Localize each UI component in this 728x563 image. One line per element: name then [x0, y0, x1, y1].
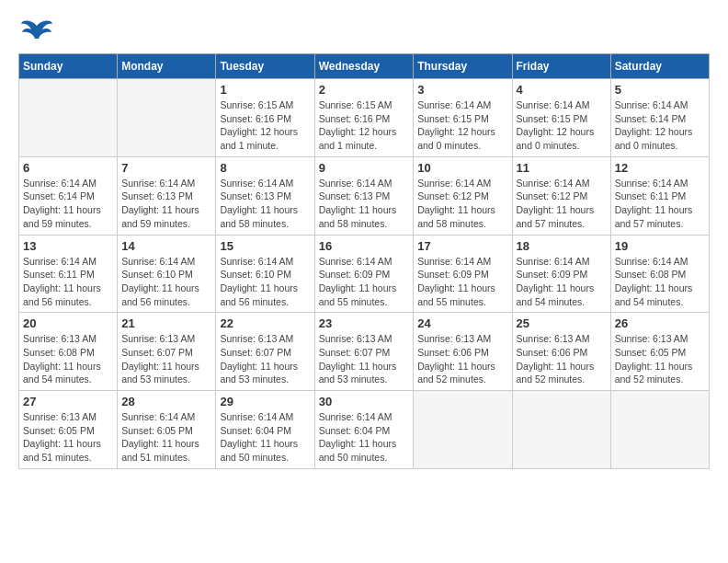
day-info: Sunrise: 6:14 AM Sunset: 6:12 PM Dayligh… — [417, 177, 507, 231]
day-number: 21 — [121, 316, 211, 330]
day-number: 23 — [319, 316, 410, 330]
calendar-cell: 26Sunrise: 6:13 AM Sunset: 6:05 PM Dayli… — [610, 313, 709, 391]
calendar-cell: 7Sunrise: 6:14 AM Sunset: 6:13 PM Daylig… — [118, 156, 216, 235]
day-number: 11 — [517, 161, 607, 175]
day-info: Sunrise: 6:14 AM Sunset: 6:13 PM Dayligh… — [121, 177, 211, 231]
calendar-cell: 29Sunrise: 6:14 AM Sunset: 6:04 PM Dayli… — [216, 391, 314, 469]
day-number: 1 — [220, 83, 310, 97]
day-info: Sunrise: 6:14 AM Sunset: 6:12 PM Dayligh… — [517, 177, 607, 231]
day-info: Sunrise: 6:14 AM Sunset: 6:13 PM Dayligh… — [319, 177, 410, 231]
day-info: Sunrise: 6:14 AM Sunset: 6:05 PM Dayligh… — [121, 410, 211, 465]
calendar-cell — [118, 79, 216, 157]
day-info: Sunrise: 6:14 AM Sunset: 6:11 PM Dayligh… — [615, 177, 705, 231]
calendar-cell: 2Sunrise: 6:15 AM Sunset: 6:16 PM Daylig… — [314, 79, 414, 157]
day-info: Sunrise: 6:14 AM Sunset: 6:14 PM Dayligh… — [615, 98, 705, 153]
day-info: Sunrise: 6:13 AM Sunset: 6:07 PM Dayligh… — [319, 332, 410, 386]
day-number: 22 — [220, 316, 310, 330]
calendar-cell — [19, 79, 118, 157]
day-number: 3 — [417, 83, 507, 97]
day-info: Sunrise: 6:14 AM Sunset: 6:13 PM Dayligh… — [220, 177, 310, 231]
calendar-cell: 14Sunrise: 6:14 AM Sunset: 6:10 PM Dayli… — [118, 235, 216, 313]
calendar-cell — [610, 391, 709, 469]
day-number: 20 — [23, 316, 113, 330]
calendar-cell — [414, 391, 512, 469]
day-number: 28 — [121, 395, 211, 408]
day-number: 8 — [220, 161, 310, 175]
calendar-cell: 13Sunrise: 6:14 AM Sunset: 6:11 PM Dayli… — [19, 235, 118, 313]
calendar-cell: 18Sunrise: 6:14 AM Sunset: 6:09 PM Dayli… — [512, 235, 610, 313]
day-info: Sunrise: 6:15 AM Sunset: 6:16 PM Dayligh… — [319, 98, 410, 153]
calendar-cell: 19Sunrise: 6:14 AM Sunset: 6:08 PM Dayli… — [610, 235, 709, 313]
calendar-cell: 4Sunrise: 6:14 AM Sunset: 6:15 PM Daylig… — [512, 79, 610, 157]
calendar-cell: 20Sunrise: 6:13 AM Sunset: 6:08 PM Dayli… — [19, 313, 118, 391]
calendar-cell: 28Sunrise: 6:14 AM Sunset: 6:05 PM Dayli… — [118, 391, 216, 469]
day-info: Sunrise: 6:14 AM Sunset: 6:15 PM Dayligh… — [417, 98, 507, 153]
day-number: 18 — [517, 239, 607, 253]
day-info: Sunrise: 6:14 AM Sunset: 6:08 PM Dayligh… — [615, 255, 705, 309]
calendar-cell — [512, 391, 610, 469]
day-info: Sunrise: 6:14 AM Sunset: 6:09 PM Dayligh… — [417, 255, 507, 309]
day-info: Sunrise: 6:14 AM Sunset: 6:04 PM Dayligh… — [319, 410, 410, 465]
day-info: Sunrise: 6:14 AM Sunset: 6:11 PM Dayligh… — [23, 255, 113, 309]
day-number: 5 — [615, 83, 705, 97]
calendar-cell: 21Sunrise: 6:13 AM Sunset: 6:07 PM Dayli… — [118, 313, 216, 391]
calendar-week-5: 27Sunrise: 6:13 AM Sunset: 6:05 PM Dayli… — [19, 391, 710, 469]
calendar-cell: 23Sunrise: 6:13 AM Sunset: 6:07 PM Dayli… — [314, 313, 414, 391]
day-number: 17 — [417, 239, 507, 253]
day-number: 9 — [319, 161, 410, 175]
calendar-week-3: 13Sunrise: 6:14 AM Sunset: 6:11 PM Dayli… — [19, 235, 710, 313]
calendar-cell: 5Sunrise: 6:14 AM Sunset: 6:14 PM Daylig… — [610, 79, 709, 157]
day-number: 10 — [417, 161, 507, 175]
calendar-cell: 30Sunrise: 6:14 AM Sunset: 6:04 PM Dayli… — [314, 391, 414, 469]
logo — [18, 18, 53, 39]
calendar-cell: 9Sunrise: 6:14 AM Sunset: 6:13 PM Daylig… — [314, 156, 414, 235]
calendar-cell: 8Sunrise: 6:14 AM Sunset: 6:13 PM Daylig… — [216, 156, 314, 235]
calendar-week-1: 1Sunrise: 6:15 AM Sunset: 6:16 PM Daylig… — [19, 79, 710, 157]
calendar-week-2: 6Sunrise: 6:14 AM Sunset: 6:14 PM Daylig… — [19, 156, 710, 235]
day-header-friday: Friday — [512, 54, 610, 79]
day-header-sunday: Sunday — [19, 54, 118, 79]
calendar-cell: 15Sunrise: 6:14 AM Sunset: 6:10 PM Dayli… — [216, 235, 314, 313]
day-number: 19 — [615, 239, 705, 253]
day-number: 24 — [417, 316, 507, 330]
day-info: Sunrise: 6:13 AM Sunset: 6:07 PM Dayligh… — [220, 332, 310, 386]
calendar-table: SundayMondayTuesdayWednesdayThursdayFrid… — [18, 53, 710, 469]
calendar-cell: 16Sunrise: 6:14 AM Sunset: 6:09 PM Dayli… — [314, 235, 414, 313]
day-info: Sunrise: 6:14 AM Sunset: 6:09 PM Dayligh… — [319, 255, 410, 309]
calendar-cell: 27Sunrise: 6:13 AM Sunset: 6:05 PM Dayli… — [19, 391, 118, 469]
day-number: 16 — [319, 239, 410, 253]
calendar-cell: 1Sunrise: 6:15 AM Sunset: 6:16 PM Daylig… — [216, 79, 314, 157]
day-info: Sunrise: 6:14 AM Sunset: 6:09 PM Dayligh… — [517, 255, 607, 309]
logo-bird-icon — [20, 18, 53, 44]
calendar-cell: 11Sunrise: 6:14 AM Sunset: 6:12 PM Dayli… — [512, 156, 610, 235]
day-info: Sunrise: 6:14 AM Sunset: 6:10 PM Dayligh… — [220, 255, 310, 309]
calendar-cell: 10Sunrise: 6:14 AM Sunset: 6:12 PM Dayli… — [414, 156, 512, 235]
day-info: Sunrise: 6:14 AM Sunset: 6:15 PM Dayligh… — [517, 98, 607, 153]
calendar-cell: 17Sunrise: 6:14 AM Sunset: 6:09 PM Dayli… — [414, 235, 512, 313]
day-info: Sunrise: 6:13 AM Sunset: 6:06 PM Dayligh… — [417, 332, 507, 386]
day-header-tuesday: Tuesday — [216, 54, 314, 79]
day-number: 14 — [121, 239, 211, 253]
day-number: 29 — [220, 395, 310, 408]
day-header-monday: Monday — [118, 54, 216, 79]
day-number: 6 — [23, 161, 113, 175]
day-number: 27 — [23, 395, 113, 408]
calendar-cell: 6Sunrise: 6:14 AM Sunset: 6:14 PM Daylig… — [19, 156, 118, 235]
day-number: 7 — [121, 161, 211, 175]
calendar-week-4: 20Sunrise: 6:13 AM Sunset: 6:08 PM Dayli… — [19, 313, 710, 391]
day-number: 26 — [615, 316, 705, 330]
day-info: Sunrise: 6:13 AM Sunset: 6:08 PM Dayligh… — [23, 332, 113, 386]
calendar-header-row: SundayMondayTuesdayWednesdayThursdayFrid… — [19, 54, 710, 79]
calendar-cell: 22Sunrise: 6:13 AM Sunset: 6:07 PM Dayli… — [216, 313, 314, 391]
calendar-cell: 3Sunrise: 6:14 AM Sunset: 6:15 PM Daylig… — [414, 79, 512, 157]
day-header-saturday: Saturday — [610, 54, 709, 79]
day-info: Sunrise: 6:15 AM Sunset: 6:16 PM Dayligh… — [220, 98, 310, 153]
day-number: 30 — [319, 395, 410, 408]
day-number: 13 — [23, 239, 113, 253]
calendar-cell: 25Sunrise: 6:13 AM Sunset: 6:06 PM Dayli… — [512, 313, 610, 391]
day-number: 25 — [517, 316, 607, 330]
day-header-thursday: Thursday — [414, 54, 512, 79]
day-info: Sunrise: 6:14 AM Sunset: 6:10 PM Dayligh… — [121, 255, 211, 309]
day-info: Sunrise: 6:14 AM Sunset: 6:04 PM Dayligh… — [220, 410, 310, 465]
calendar-cell: 24Sunrise: 6:13 AM Sunset: 6:06 PM Dayli… — [414, 313, 512, 391]
